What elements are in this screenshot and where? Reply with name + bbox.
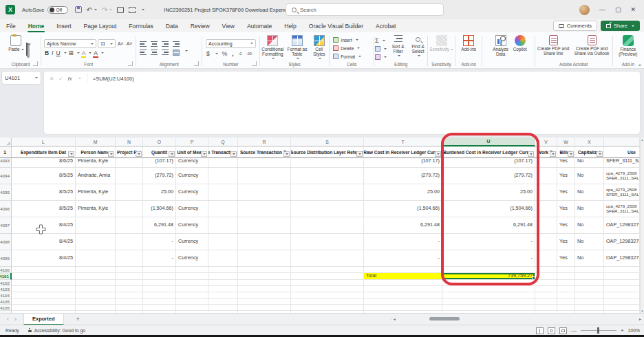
cell-M4097[interactable] (76, 217, 116, 234)
fill-handle[interactable] (532, 276, 535, 279)
decrease-decimal-button[interactable]: .00 (246, 52, 253, 56)
cell-Y4097[interactable]: OAP_12983279 (604, 217, 640, 234)
cell-L4093[interactable]: 8/6/25 (12, 158, 76, 168)
cell-S4105[interactable] (291, 298, 364, 305)
cell-S4093[interactable] (291, 158, 364, 168)
cell-R4097[interactable] (238, 217, 291, 234)
cell-W4105[interactable] (557, 298, 575, 305)
filter-icon[interactable] (528, 151, 534, 157)
cell-P4105[interactable] (176, 298, 208, 305)
row-header-4101[interactable]: 4101 (0, 273, 12, 280)
cell-N4104[interactable] (116, 292, 143, 298)
page-layout-view-icon[interactable] (548, 327, 555, 334)
cell-R4098[interactable] (238, 234, 291, 250)
cell-N4098[interactable] (116, 234, 143, 250)
cell-L4105[interactable] (12, 298, 76, 305)
cell-T4096[interactable]: (1,504.66) (364, 201, 442, 217)
column-header-W[interactable]: W (557, 138, 575, 146)
cell-O4094[interactable]: (279.72) (143, 168, 176, 184)
cell-Y4100[interactable] (604, 267, 640, 273)
cell-P4094[interactable]: Currency (176, 168, 208, 184)
cell-U4096[interactable]: (1,504.66) (442, 201, 535, 217)
tab-view[interactable]: View (216, 19, 241, 32)
cell-R4093[interactable] (238, 158, 291, 168)
clipboard-dialog-launcher[interactable] (33, 61, 38, 66)
cell-T4102[interactable] (364, 280, 442, 286)
autosum-button[interactable]: Σ (375, 36, 387, 44)
cell-P4106[interactable] (176, 305, 208, 311)
redo-button[interactable]: ↷ (102, 6, 112, 14)
font-name-select[interactable]: Aptos Narrow (44, 39, 96, 48)
align-center-icon[interactable] (151, 50, 158, 55)
cell-V4093[interactable] (535, 158, 557, 168)
save-icon[interactable] (75, 6, 82, 13)
filter-icon[interactable] (136, 151, 142, 157)
cell-X4100[interactable] (575, 267, 604, 273)
row-header-4096[interactable]: 4096 (0, 201, 12, 217)
header-cell-U[interactable]: Burdened Cost in Receiver Ledger Curren (442, 146, 535, 158)
row-header-1[interactable]: 1 (0, 146, 12, 158)
cell-S4104[interactable] (291, 292, 364, 298)
sheet-nav-left-icon[interactable]: ‹ (7, 316, 9, 323)
filter-icon[interactable] (356, 151, 363, 157)
column-header-X[interactable]: X (575, 138, 604, 146)
italic-button[interactable]: I (51, 50, 54, 56)
cell-X4105[interactable] (575, 298, 604, 305)
paste-button[interactable]: Paste (8, 35, 23, 52)
accessibility-status[interactable]: Accessibility: Good to go (28, 328, 85, 333)
cell-R4096[interactable] (238, 201, 291, 217)
cell-X4099[interactable]: No (575, 250, 604, 267)
cell-W4097[interactable]: Yes (557, 217, 575, 234)
cell-U4093[interactable]: (107.17) (442, 158, 535, 168)
number-format-select[interactable]: Accounting (206, 39, 256, 48)
cell-U4106[interactable] (442, 305, 535, 311)
row-header-4104[interactable]: 4104 (0, 292, 12, 298)
cell-Y4096[interactable]: cpa_4279_2508 SFER_3111_SAL (604, 201, 640, 217)
grow-font-button[interactable]: A˄ (117, 41, 125, 46)
header-cell-X[interactable]: Capitalizat (575, 146, 604, 158)
tab-page-layout[interactable]: Page Layout (78, 19, 123, 32)
row-header-4100[interactable]: 4100 (0, 267, 12, 273)
qat-customize-icon[interactable] (142, 9, 144, 12)
cell-W4099[interactable]: Yes (557, 250, 575, 267)
cell-V4102[interactable] (535, 280, 557, 286)
font-dialog-launcher[interactable] (128, 61, 133, 66)
cell-R4100[interactable] (238, 267, 291, 273)
borders-button[interactable]: ⊞ (68, 50, 74, 56)
find-select-button[interactable]: Find & Select (409, 35, 427, 57)
zoom-level[interactable]: 100% (628, 328, 640, 333)
page-break-view-icon[interactable] (559, 327, 567, 334)
number-dialog-launcher[interactable] (252, 61, 257, 66)
cell-U4094[interactable]: (279.72) (442, 168, 535, 184)
minimize-button[interactable]: — (599, 6, 605, 13)
cell-Q4093[interactable] (208, 158, 238, 168)
cell-X4098[interactable]: No (575, 234, 604, 250)
tab-review[interactable]: Review (184, 19, 216, 32)
horizontal-scroll-track[interactable] (398, 316, 636, 322)
cell-Y4102[interactable] (604, 280, 640, 286)
cell-Y4094[interactable]: cpa_4279_2508 SFER_3111_SAL (604, 168, 640, 184)
clear-button[interactable] (375, 53, 387, 61)
enter-icon[interactable]: ✓ (58, 76, 63, 82)
column-header-O[interactable]: O (143, 138, 176, 146)
cell-T4106[interactable] (364, 305, 442, 311)
header-cell-M[interactable]: Person Name (76, 146, 116, 158)
cell-S4102[interactable] (291, 280, 364, 286)
row-header-4098[interactable]: 4098 (0, 234, 12, 250)
sheet-nav-right-icon[interactable]: › (14, 316, 17, 323)
copilot-button[interactable]: Copilot (513, 35, 527, 52)
cell-M4102[interactable] (76, 280, 116, 286)
underline-button[interactable]: U (55, 50, 61, 56)
sheet-tab-exported[interactable]: Exported (23, 314, 64, 325)
filter-icon[interactable] (283, 151, 290, 157)
insert-function-icon[interactable]: fx (68, 76, 72, 82)
cell-V4098[interactable] (535, 234, 557, 250)
filter-icon[interactable] (597, 151, 603, 157)
cell-W4093[interactable]: Yes (557, 158, 575, 168)
conditional-formatting-button[interactable]: Conditional Formatting (261, 35, 285, 60)
cell-S4096[interactable] (291, 201, 364, 217)
document-title[interactable]: INC2390251 Project SPOK378F09 Download E… (164, 7, 298, 13)
addins-button[interactable]: Add-ins (461, 35, 476, 52)
cell-Y4106[interactable] (604, 305, 640, 311)
cell-T4105[interactable] (364, 298, 442, 305)
